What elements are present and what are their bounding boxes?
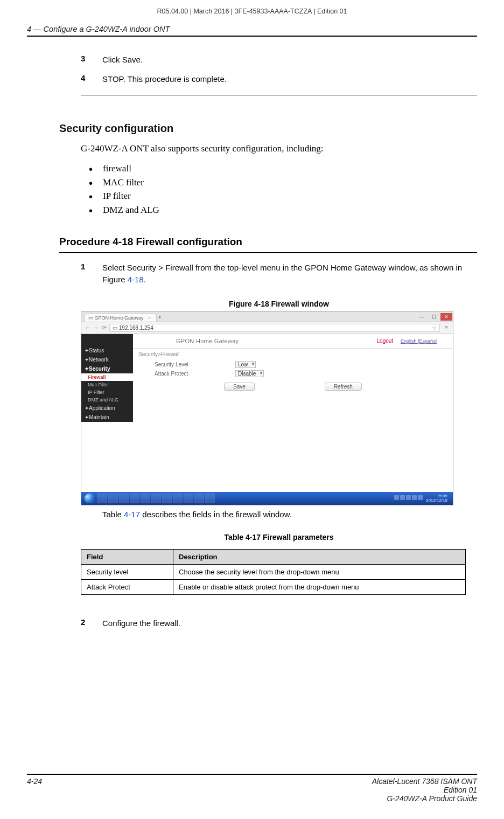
list-item: DMZ and ALG: [89, 203, 477, 217]
tray-date: 2013/12/18: [426, 498, 447, 503]
step-text: Click Save.: [102, 54, 477, 66]
list-item: MAC filter: [89, 176, 477, 190]
sidebar-sub-ipfilter[interactable]: IP Filter: [81, 388, 133, 396]
text-suffix: describes the fields in the firewall win…: [140, 510, 292, 519]
breadcrumb: Security>Firewall: [133, 349, 453, 360]
browser-tab[interactable]: ▭ GPON Home Gateway ×: [85, 314, 157, 322]
back-icon[interactable]: ←: [85, 324, 90, 331]
sidebar-item-security[interactable]: ✦Security: [81, 364, 133, 373]
table-cell: Choose the security level from the drop-…: [173, 565, 466, 580]
forward-icon[interactable]: →: [93, 324, 99, 331]
footer-line: Edition 01: [372, 786, 477, 794]
table-row: Security level Choose the security level…: [81, 565, 466, 580]
sidebar-item-application[interactable]: ✦Application: [81, 404, 133, 413]
list-item: IP filter: [89, 189, 477, 203]
procedure-title: Procedure 4-18 Firewall configuration: [59, 236, 477, 248]
step-text: Select Security > Firewall from the top-…: [102, 262, 477, 286]
taskbar-app-icon[interactable]: [205, 494, 215, 503]
sidebar-item-network[interactable]: ✦Network: [81, 355, 133, 364]
step-text-suffix: .: [144, 275, 146, 284]
table-caption: Table 4-17 Firewall parameters: [81, 533, 477, 542]
attack-protect-select[interactable]: Disable: [235, 370, 264, 377]
taskbar-app-icon[interactable]: [194, 494, 204, 503]
app-title: GPON Home Gateway: [176, 338, 239, 344]
browser-toolbar: ← → ⟳ ▭ 192.168.1.254 ☆ ≡: [81, 322, 453, 334]
tray-icons[interactable]: [393, 495, 423, 501]
text-prefix: Table: [102, 510, 124, 519]
field-label: Attack Protect: [155, 371, 235, 377]
taskbar-app-icon[interactable]: [141, 494, 150, 503]
table-link[interactable]: 4-17: [124, 510, 140, 519]
section-intro: G-240WZ-A ONT also supports security con…: [81, 142, 477, 156]
parameters-table: Field Description Security level Choose …: [81, 549, 466, 595]
sidebar: ✦Status ✦Network ✦Security Firewall Mac …: [81, 334, 133, 422]
save-button[interactable]: Save: [224, 383, 255, 391]
taskbar-app-icon[interactable]: [162, 494, 172, 503]
footer-line: G-240WZ-A Product Guide: [372, 794, 477, 803]
sidebar-sub-firewall[interactable]: Firewall: [81, 373, 133, 381]
taskbar-app-icon[interactable]: [119, 494, 129, 503]
sidebar-item-label: Network: [89, 357, 109, 363]
step-text: Configure the firewall.: [102, 617, 477, 629]
table-cell: Security level: [81, 565, 173, 580]
close-icon[interactable]: ×: [148, 315, 151, 321]
tab-title: GPON Home Gateway: [95, 315, 144, 321]
taskbar-app-icon[interactable]: [108, 494, 118, 503]
table-header: Field: [81, 550, 173, 565]
start-button[interactable]: [85, 494, 94, 503]
figure-link[interactable]: 4-18: [128, 275, 144, 284]
app-header: GPON Home Gateway Logout English |Españo…: [133, 334, 453, 349]
doc-meta: R05.04.00 | March 2016 | 3FE-45933-AAAA-…: [27, 8, 477, 15]
table-header: Description: [173, 550, 466, 565]
taskbar-app-icon[interactable]: [130, 494, 139, 503]
reload-icon[interactable]: ⟳: [102, 324, 107, 331]
figure-caption: Figure 4-18 Firewall window: [81, 300, 477, 308]
url-text: 192.168.1.254: [119, 325, 153, 331]
sidebar-sub-dmzalg[interactable]: DMZ and ALG: [81, 396, 133, 404]
step-text: STOP. This procedure is complete.: [102, 73, 477, 85]
url-bar[interactable]: ▭ 192.168.1.254 ☆: [109, 324, 440, 332]
menu-icon[interactable]: ≡: [443, 324, 450, 331]
language-links[interactable]: English |Español: [401, 338, 437, 344]
step-number: 4: [81, 73, 102, 85]
taskbar-app-icon[interactable]: [97, 494, 107, 503]
sidebar-item-label: Maintain: [89, 414, 109, 420]
tray-clock[interactable]: 15:09 2013/12/18: [426, 494, 447, 503]
bookmark-icon[interactable]: ☆: [432, 325, 437, 331]
step-number: 2: [81, 617, 102, 629]
list-item: firewall: [89, 162, 477, 176]
sidebar-item-status[interactable]: ✦Status: [81, 346, 133, 355]
procedure-rule: [59, 252, 477, 253]
sidebar-item-label: Application: [89, 405, 115, 411]
page-icon: ▭: [113, 325, 119, 331]
footer-line: Alcatel-Lucent 7368 ISAM ONT: [372, 777, 477, 786]
step-spacer: [81, 509, 102, 520]
taskbar-app-icon[interactable]: [173, 494, 183, 503]
taskbar-app-icon[interactable]: [184, 494, 193, 503]
step-text-prefix: Select Security > Firewall from the top-…: [102, 263, 462, 284]
window-close-button[interactable]: ✕: [440, 313, 452, 321]
table-row: Attack Protect Enable or disable attack …: [81, 580, 466, 595]
chapter-header: 4 — Configure a G-240WZ-A indoor ONT: [27, 25, 477, 33]
sidebar-sub-macfilter[interactable]: Mac Filter: [81, 381, 133, 388]
refresh-button[interactable]: Refresh: [325, 383, 362, 391]
sidebar-item-label: Security: [89, 366, 110, 372]
taskbar-app-icon[interactable]: [151, 494, 161, 503]
figure-screenshot: ▭ GPON Home Gateway × ▸ — ☐ ✕ ← → ⟳ ▭ 19…: [81, 311, 453, 505]
step-number: 3: [81, 54, 102, 66]
sidebar-item-maintain[interactable]: ✦Maintain: [81, 413, 133, 422]
security-level-select[interactable]: Low: [235, 361, 256, 368]
logout-link[interactable]: Logout: [377, 338, 394, 344]
maximize-button[interactable]: ☐: [428, 313, 440, 321]
table-cell: Enable or disable attack protect from th…: [173, 580, 466, 595]
taskbar-icons: [97, 494, 215, 503]
field-label: Security Level: [155, 362, 235, 367]
header-rule: [27, 36, 477, 37]
table-cell: Attack Protect: [81, 580, 173, 595]
new-tab-button[interactable]: ▸: [159, 314, 162, 320]
procedure-end-rule: [81, 95, 477, 95]
taskbar: 15:09 2013/12/18: [81, 492, 453, 505]
minimize-button[interactable]: —: [416, 313, 428, 321]
footer-right: Alcatel-Lucent 7368 ISAM ONT Edition 01 …: [372, 777, 477, 803]
section-title: Security configuration: [59, 122, 477, 135]
